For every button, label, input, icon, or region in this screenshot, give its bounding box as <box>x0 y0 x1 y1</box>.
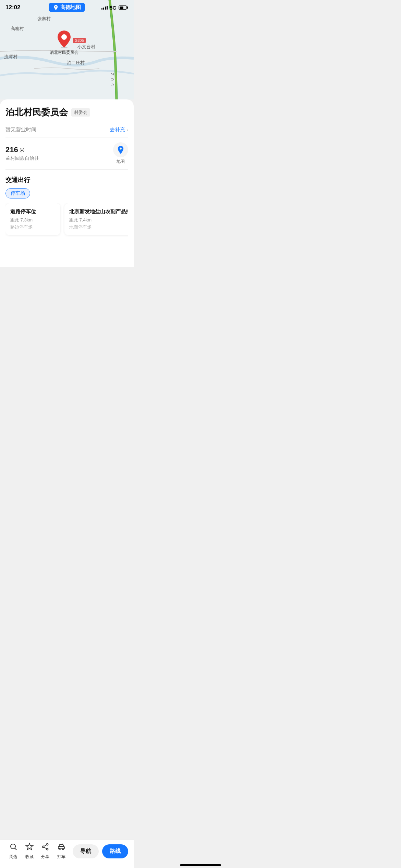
map-label-boer: 泊二庄村 <box>67 60 85 66</box>
parking-card-dist-0: 距此 7.3km <box>10 217 56 223</box>
parking-card-type-1: 地面停车场 <box>69 224 128 230</box>
parking-card-name-1: 北京新发地盐山农副产品批发市场停车场 <box>69 208 128 215</box>
chevron-right-icon: › <box>126 127 128 133</box>
parking-card-dist-1: 距此 7.4km <box>69 217 128 223</box>
parking-card-name-0: 道路停车位 <box>10 208 56 215</box>
supplement-label: 去补充 <box>110 126 125 133</box>
battery-icon <box>119 5 128 10</box>
svg-text:0: 0 <box>110 78 115 81</box>
amap-logo-text: 高德地图 <box>60 4 81 11</box>
map-label-zhangzhai: 张寨村 <box>37 16 51 22</box>
filter-tab-parking[interactable]: 停车场 <box>5 188 30 198</box>
distance-number: 216 <box>5 145 18 154</box>
pin-label: 泊北村民委员会 <box>50 50 78 56</box>
parking-card-type-0: 路边停车场 <box>10 224 56 230</box>
signal-bars-icon <box>101 6 108 10</box>
map-label-xiaowentai: 小文台村 <box>77 44 95 50</box>
bottom-panel: 泊北村民委员会 村委会 暂无营业时间 去补充 › 216 米 孟村回族自治县 <box>0 99 134 267</box>
status-time: 12:02 <box>5 4 20 11</box>
section-title: 交通出行 <box>5 176 128 184</box>
distance-value: 216 米 <box>5 145 113 154</box>
network-label: 5G <box>110 5 117 11</box>
business-hours-text: 暂无营业时间 <box>5 126 36 133</box>
filter-tabs: 停车场 <box>5 188 128 198</box>
place-header: 泊北村民委员会 村委会 <box>5 106 128 118</box>
location-pin[interactable]: 泊北村民委员会 <box>50 30 78 56</box>
status-icons: 5G <box>101 5 128 11</box>
map-nav-icon <box>116 145 125 155</box>
amap-logo-icon <box>53 4 59 11</box>
supplement-btn[interactable]: 去补充 › <box>110 126 128 133</box>
parking-cards[interactable]: 道路停车位 距此 7.3km 路边停车场 北京新发地盐山农副产品批发市场停车场 … <box>5 203 128 239</box>
distance-info: 216 米 孟村回族自治县 <box>5 145 113 161</box>
parking-card-1[interactable]: 北京新发地盐山农副产品批发市场停车场 距此 7.4km 地面停车场 <box>64 203 128 235</box>
distance-location: 孟村回族自治县 <box>5 155 113 161</box>
distance-row: 216 米 孟村回族自治县 地图 <box>5 137 128 170</box>
business-hours-row: 暂无营业时间 去补充 › <box>5 122 128 137</box>
map-circle <box>113 142 128 157</box>
map-label-gaozhai: 高寨村 <box>11 26 24 32</box>
svg-point-5 <box>61 34 67 40</box>
pin-svg <box>57 30 72 48</box>
amap-logo[interactable]: 高德地图 <box>49 3 85 12</box>
distance-unit: 米 <box>20 147 25 153</box>
svg-text:2: 2 <box>110 73 115 75</box>
map-label-liutan: 流潭村 <box>4 54 17 60</box>
parking-card-0[interactable]: 道路停车位 距此 7.3km 路边停车场 <box>5 203 60 235</box>
svg-text:5: 5 <box>110 83 115 86</box>
place-name: 泊北村民委员会 <box>5 106 68 118</box>
place-tag: 村委会 <box>71 108 90 117</box>
map-icon-label: 地图 <box>117 159 125 165</box>
map-icon-btn[interactable]: 地图 <box>113 142 128 165</box>
